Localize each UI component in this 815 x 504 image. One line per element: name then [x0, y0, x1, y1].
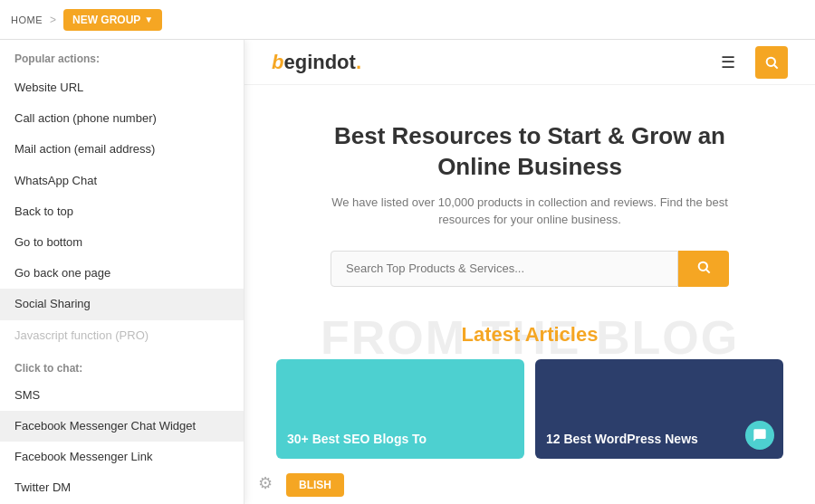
search-input[interactable]: [331, 251, 678, 287]
blog-card-seo-title: 30+ Best SEO Blogs To: [287, 431, 427, 447]
sidebar-item-facebook-messenger-link[interactable]: Facebook Messenger Link: [0, 442, 244, 472]
search-button[interactable]: [678, 251, 729, 287]
search-button-icon: [696, 260, 711, 274]
header-icons: ☰: [712, 46, 788, 79]
blog-section: FROM THE BLOG Latest Articles 30+ Best S…: [276, 323, 783, 459]
sidebar-item-mail-action[interactable]: Mail action (email address): [0, 134, 244, 165]
main-layout: Popular actions: Website URL Call action…: [0, 40, 815, 504]
gear-icon: ⚙: [258, 473, 273, 493]
main-content: begindot. ☰ Best Resources to Start & Gr…: [244, 40, 815, 504]
search-bar: [331, 251, 729, 287]
chat-bubble-icon[interactable]: [745, 421, 774, 450]
svg-point-0: [767, 57, 775, 65]
top-bar: HOME > NEW GROUP ▼: [0, 0, 815, 40]
sidebar-panel: Popular actions: Website URL Call action…: [0, 40, 244, 504]
hero-title: Best Resources to Start & Grow an Online…: [312, 121, 747, 183]
sidebar-item-facebook-messenger-widget[interactable]: Facebook Messenger Chat Widget: [0, 411, 244, 442]
search-icon: [764, 55, 779, 70]
sidebar-item-call-action[interactable]: Call action (phone number): [0, 103, 244, 134]
new-group-button[interactable]: NEW GROUP ▼: [63, 9, 162, 31]
sidebar-item-twitter-dm[interactable]: Twitter DM: [0, 472, 244, 503]
hero-subtitle: We have listed over 10,000 products in c…: [312, 194, 747, 229]
popular-actions-label: Popular actions:: [0, 40, 244, 72]
sidebar-item-javascript-function: Javascript function (PRO): [0, 320, 244, 351]
sidebar-item-whatsapp-chat[interactable]: WhatsApp Chat: [0, 166, 244, 196]
hamburger-icon: ☰: [721, 52, 735, 72]
blog-cards: 30+ Best SEO Blogs To 12 Best WordPress …: [276, 359, 783, 459]
header-search-button[interactable]: [755, 46, 788, 79]
click-to-chat-label: Click to chat:: [0, 351, 244, 380]
chevron-down-icon: ▼: [144, 14, 153, 24]
logo[interactable]: begindot.: [272, 51, 361, 74]
chat-icon: [753, 428, 767, 442]
svg-point-2: [699, 262, 707, 270]
new-group-label: NEW GROUP: [72, 14, 140, 26]
sidebar-item-back-to-top[interactable]: Back to top: [0, 196, 244, 227]
svg-line-1: [774, 65, 778, 69]
sidebar-item-website-url[interactable]: Website URL: [0, 72, 244, 103]
sidebar-item-social-sharing[interactable]: Social Sharing: [0, 289, 244, 319]
svg-line-3: [706, 270, 710, 273]
sidebar-item-go-to-bottom[interactable]: Go to bottom: [0, 227, 244, 258]
latest-articles-heading: Latest Articles: [276, 323, 783, 347]
publish-button[interactable]: BLISH: [286, 473, 344, 497]
hamburger-menu-button[interactable]: ☰: [712, 46, 744, 79]
site-header: begindot. ☰: [244, 40, 815, 85]
hero-section: Best Resources to Start & Grow an Online…: [312, 121, 747, 314]
blog-card-seo[interactable]: 30+ Best SEO Blogs To: [276, 359, 524, 459]
sidebar-item-go-back-one-page[interactable]: Go back one page: [0, 258, 244, 289]
blog-card-wordpress-title: 12 Best WordPress News: [546, 431, 698, 447]
breadcrumb-home[interactable]: HOME: [11, 14, 43, 25]
breadcrumb-separator: >: [50, 14, 56, 26]
gear-settings-button[interactable]: ⚙: [252, 470, 279, 497]
blog-card-wordpress[interactable]: 12 Best WordPress News: [535, 359, 783, 459]
sidebar-item-sms[interactable]: SMS: [0, 380, 244, 411]
